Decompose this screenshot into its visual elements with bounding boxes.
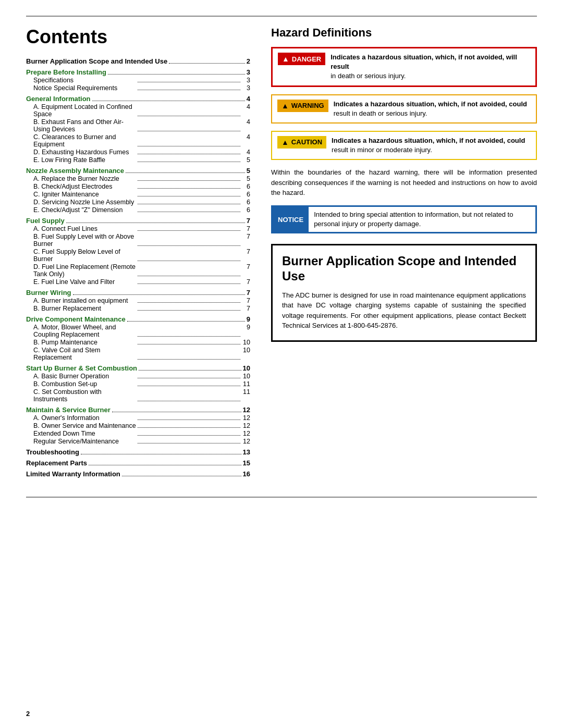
toc-dots — [138, 278, 240, 284]
toc-sub-fs-b: B. Fuel Supply Level with or Above Burne… — [26, 233, 250, 248]
toc-dots — [138, 156, 240, 162]
toc-label: B. Fuel Supply Level with or Above Burne… — [33, 233, 136, 248]
contents-title: Contents — [26, 26, 250, 48]
toc-sub-fs-d: D. Fuel Line Replacement (Remote Tank On… — [26, 263, 250, 278]
toc-sub-bw-b: B. Burner Replacement 7 — [26, 305, 250, 312]
danger-badge: ▲ DANGER — [278, 53, 325, 65]
toc-dots — [138, 118, 240, 131]
toc-sub-su-a: A. Basic Burner Operation 10 — [26, 373, 250, 380]
toc-sub-na-d: D. Servicing Nozzle Line Assembly 6 — [26, 199, 250, 206]
toc-page: 9 — [242, 324, 250, 338]
toc-entry-general: General Information 4 — [26, 95, 250, 103]
caution-box-inner: ▲ CAUTION Indicates a hazardous situatio… — [272, 132, 536, 159]
toc-sub-gi-b: B. Exhaust Fans and Other Air-Using Devi… — [26, 118, 250, 133]
warning-text-bold: Indicates a hazardous situation, which, … — [334, 100, 527, 108]
page: Contents Burner Application Scope and In… — [0, 0, 563, 728]
danger-text-bold: Indicates a hazardous situation, which, … — [331, 53, 517, 70]
toc-dots — [138, 149, 240, 154]
danger-text-normal: in death or serious injury. — [331, 72, 406, 80]
toc-dots — [138, 103, 240, 116]
danger-box: ▲ DANGER Indicates a hazardous situation… — [271, 47, 537, 87]
hazard-definitions-title: Hazard Definitions — [271, 26, 537, 40]
toc-page: 10 — [242, 373, 250, 380]
toc-page: 4 — [242, 149, 250, 156]
toc-dots — [138, 339, 240, 344]
toc-group-wiring: Burner Wiring 7 A. Burner installed on e… — [26, 289, 250, 312]
toc-page: 4 — [242, 133, 250, 148]
toc-page: 3 — [247, 68, 250, 76]
toc-page: 10 — [242, 339, 250, 346]
toc-page: 2 — [247, 57, 250, 65]
toc-sub-ms-c: Extended Down Time 12 — [26, 430, 250, 437]
burner-section-title: Burner Application Scope and Intended Us… — [282, 254, 526, 284]
toc-dots — [138, 133, 240, 146]
toc-group-replacement: Replacement Parts 15 — [26, 459, 250, 467]
toc-dots — [138, 347, 240, 360]
toc-dots — [138, 233, 240, 246]
toc-entry-startup: Start Up Burner & Set Combustion 10 — [26, 364, 250, 372]
toc-dots — [138, 225, 240, 231]
toc-page: 7 — [242, 263, 250, 278]
toc-sub-fs-a: A. Connect Fuel Lines 7 — [26, 225, 250, 232]
toc-dots — [138, 191, 240, 196]
toc-sub-na-e: E. Check/Adjust "Z" Dimension 6 — [26, 206, 250, 214]
toc-sub-fs-e: E. Fuel Line Valve and Filter 7 — [26, 278, 250, 286]
warning-box: ▲ WARNING Indicates a hazardous situatio… — [271, 94, 537, 124]
notice-badge: NOTICE — [273, 207, 309, 232]
toc-label: Maintain & Service Burner — [26, 406, 111, 414]
burner-application-section: Burner Application Scope and Intended Us… — [271, 244, 537, 342]
toc-label: B. Owner Service and Maintenance — [33, 422, 136, 429]
two-column-layout: Contents Burner Application Scope and In… — [26, 26, 537, 481]
danger-text: Indicates a hazardous situation, which, … — [331, 53, 530, 81]
toc-label: D. Servicing Nozzle Line Assembly — [33, 199, 136, 206]
toc-label: Extended Down Time — [33, 430, 136, 437]
toc-page: 3 — [242, 84, 250, 92]
toc-entry-prepare: Prepare Before Installing 3 — [26, 68, 250, 76]
caution-triangle-icon: ▲ — [282, 138, 289, 146]
toc-page: 16 — [243, 470, 250, 478]
warning-badge: ▲ WARNING — [277, 100, 328, 112]
toc-dots — [138, 324, 240, 337]
notice-box: NOTICE Intended to bring special attenti… — [271, 205, 537, 233]
toc-group-trouble: Troubleshooting 13 — [26, 448, 250, 456]
toc-group-warranty: Limited Warranty Information 16 — [26, 470, 250, 478]
toc-page: 5 — [247, 167, 250, 175]
toc-label: Limited Warranty Information — [26, 470, 120, 478]
toc-page: 7 — [242, 233, 250, 248]
toc-dots — [122, 470, 241, 476]
warning-triangle-icon: ▲ — [282, 102, 289, 110]
toc-group-startup: Start Up Burner & Set Combustion 10 A. B… — [26, 364, 250, 403]
toc-dots — [66, 217, 245, 223]
toc-sub-notice-special: Notice Special Requirements 3 — [26, 84, 250, 92]
toc-label: E. Fuel Line Valve and Filter — [33, 278, 136, 286]
toc-dots — [138, 206, 240, 212]
toc-group-drive: Drive Component Maintenance 9 A. Motor, … — [26, 315, 250, 361]
warning-box-inner: ▲ WARNING Indicates a hazardous situatio… — [272, 95, 536, 122]
toc-entry-nozzle: Nozzle Assembly Maintenance 5 — [26, 167, 250, 175]
toc-entry-replacement: Replacement Parts 15 — [26, 459, 250, 467]
toc-entry-burner-scope: Burner Application Scope and Intended Us… — [26, 57, 250, 65]
toc-page: 6 — [242, 199, 250, 206]
toc-label: A. Burner installed on equipment — [33, 297, 136, 304]
toc-dots — [138, 183, 240, 189]
toc-dots — [138, 430, 240, 436]
toc-dots — [138, 199, 240, 204]
caution-text-bold: Indicates a hazardous situation, which, … — [332, 137, 525, 144]
toc-dots — [138, 373, 240, 378]
toc-sub-na-a: A. Replace the Burner Nozzle 5 — [26, 175, 250, 182]
toc-page: 5 — [242, 175, 250, 182]
toc-dots — [127, 315, 245, 322]
danger-box-inner: ▲ DANGER Indicates a hazardous situation… — [273, 48, 535, 85]
toc-page: 4 — [242, 118, 250, 133]
toc-page: 6 — [242, 206, 250, 214]
toc-page: 3 — [242, 77, 250, 84]
toc-sub-gi-c: C. Clearances to Burner and Equipment 4 — [26, 133, 250, 148]
toc-label: C. Fuel Supply Below Level of Burner — [33, 248, 136, 263]
hazard-paragraph: Within the boundaries of the hazard warn… — [271, 167, 537, 198]
toc-sub-dc-a: A. Motor, Blower Wheel, and Coupling Rep… — [26, 324, 250, 338]
toc-group-fuel: Fuel Supply 7 A. Connect Fuel Lines 7 B.… — [26, 217, 250, 286]
toc-label: A. Connect Fuel Lines — [33, 225, 136, 232]
toc-label: C. Valve Coil and Stem Replacement — [33, 347, 136, 361]
toc-label: B. Check/Adjust Electrodes — [33, 183, 136, 190]
toc-page: 6 — [242, 191, 250, 198]
